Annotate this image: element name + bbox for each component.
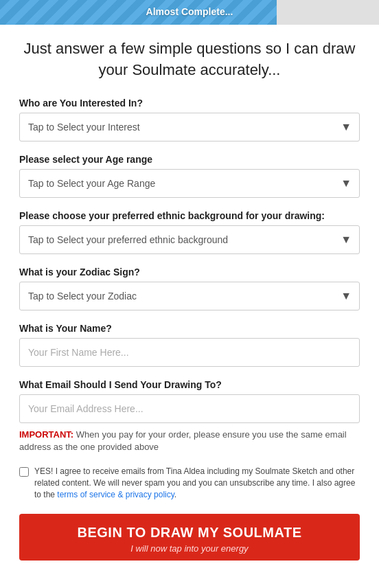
name-label: What is Your Name?	[19, 323, 360, 334]
age-range-select-wrapper: Tap to Select your Age Range 18-25 26-35…	[19, 169, 360, 198]
progress-bar-label: Almost Complete...	[146, 6, 233, 17]
consent-label-end: .	[174, 490, 176, 499]
email-field-group: What Email Should I Send Your Drawing To…	[19, 379, 360, 453]
submit-button-sub-label: I will now tap into your energy	[130, 543, 248, 554]
name-input[interactable]	[19, 338, 360, 367]
email-label: What Email Should I Send Your Drawing To…	[19, 379, 360, 390]
age-range-field-group: Please select your Age range Tap to Sele…	[19, 154, 360, 198]
progress-bar-wrapper: Almost Complete...	[0, 0, 379, 25]
zodiac-label: What is your Zodiac Sign?	[19, 267, 360, 278]
age-range-select[interactable]: Tap to Select your Age Range 18-25 26-35…	[19, 169, 360, 198]
zodiac-select[interactable]: Tap to Select your Zodiac Aries Taurus G…	[19, 282, 360, 310]
submit-button[interactable]: BEGIN TO DRAW MY SOULMATE I will now tap…	[19, 514, 360, 561]
important-note: IMPORTANT: When you pay for your order, …	[19, 429, 360, 453]
email-input[interactable]	[19, 394, 360, 423]
name-field-group: What is Your Name?	[19, 323, 360, 367]
main-content: Just answer a few simple questions so I …	[0, 25, 379, 574]
ethnic-background-label: Please choose your preferred ethnic back…	[19, 210, 360, 221]
consent-checkbox-row: YES! I agree to receive emails from Tina…	[19, 466, 360, 500]
interest-field-group: Who are You Interested In? Tap to Select…	[19, 98, 360, 142]
zodiac-field-group: What is your Zodiac Sign? Tap to Select …	[19, 267, 360, 310]
ethnic-background-select[interactable]: Tap to Select your preferred ethnic back…	[19, 225, 360, 254]
submit-button-main-label: BEGIN TO DRAW MY SOULMATE	[78, 525, 302, 541]
interest-select-wrapper: Tap to Select your Interest Men Women Ei…	[19, 113, 360, 142]
interest-label: Who are You Interested In?	[19, 98, 360, 109]
page-headline: Just answer a few simple questions so I …	[19, 38, 360, 81]
ethnic-background-field-group: Please choose your preferred ethnic back…	[19, 210, 360, 254]
progress-bar-fill	[0, 0, 277, 25]
consent-label[interactable]: YES! I agree to receive emails from Tina…	[34, 466, 360, 500]
important-prefix: IMPORTANT:	[19, 429, 73, 440]
ethnic-background-select-wrapper: Tap to Select your preferred ethnic back…	[19, 225, 360, 254]
age-range-label: Please select your Age range	[19, 154, 360, 165]
terms-link[interactable]: terms of service & privacy policy	[57, 490, 174, 499]
page-container: Almost Complete... Just answer a few sim…	[0, 0, 379, 588]
consent-checkbox[interactable]	[19, 467, 29, 477]
interest-select[interactable]: Tap to Select your Interest Men Women Ei…	[19, 113, 360, 142]
zodiac-select-wrapper: Tap to Select your Zodiac Aries Taurus G…	[19, 282, 360, 310]
